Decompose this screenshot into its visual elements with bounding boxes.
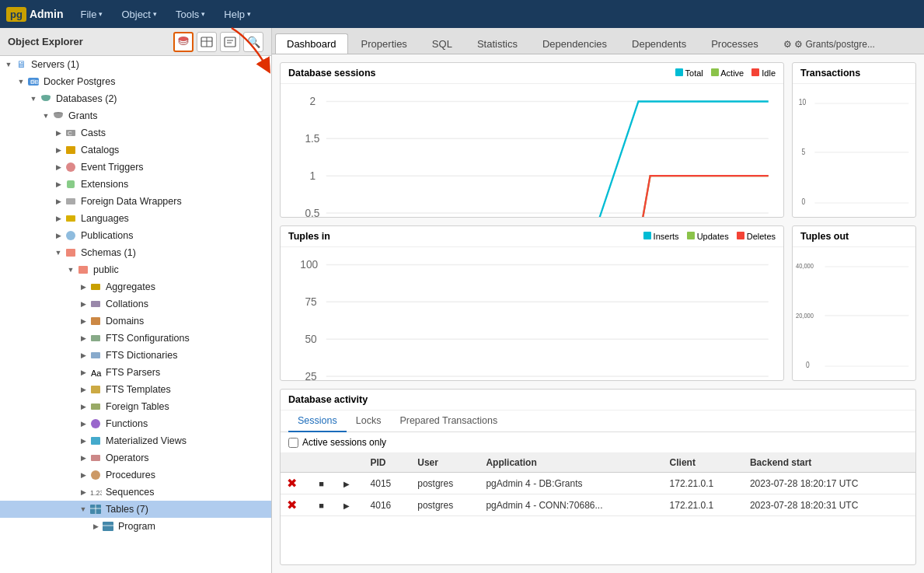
activity-tab-locks[interactable]: Locks [347,411,391,432]
tree-toggle-servers[interactable]: ▼ [3,59,14,70]
tree-item-operators[interactable]: ▶ Operators [0,449,271,466]
tree-item-servers[interactable]: ▼ 🖥 Servers (1) [0,56,271,73]
svg-point-34 [91,470,100,480]
cell-expand[interactable]: ▶ [337,473,364,494]
tree-item-fts-parsers[interactable]: ▶ Aa FTS Parsers [0,364,271,381]
charts-row-2: Tuples in Inserts Updates Deletes 100 75… [280,225,916,381]
fts-templates-label: FTS Templates [106,384,171,395]
db-sessions-header: Database sessions Total Active Idle [281,63,783,84]
properties-button[interactable] [220,32,240,52]
tree-item-foreign-tables[interactable]: ▶ Foreign Tables [0,398,271,415]
gear-icon: ⚙ [783,39,792,50]
chevron-down-icon: ▾ [99,10,103,18]
tree-toggle-mat-views[interactable]: ▶ [78,435,89,446]
expand-icon[interactable]: ▶ [343,501,350,510]
tree-toggle-program[interactable]: ▶ [90,521,101,532]
tab-processes[interactable]: Processes [699,33,770,54]
menu-file[interactable]: File ▾ [72,5,110,23]
tree-toggle-databases[interactable]: ▼ [28,93,39,104]
tree-item-fts-dicts[interactable]: ▶ FTS Dictionaries [0,347,271,364]
tree-item-domains[interactable]: ▶ Domains [0,313,271,330]
tab-dependents[interactable]: Dependents [620,33,698,54]
db-sessions-body: 2 1.5 1 0.5 0 [281,84,783,218]
tree-toggle-sequences[interactable]: ▶ [78,487,89,498]
tree-item-languages[interactable]: ▶ Languages [0,210,271,227]
tree-item-fts-configs[interactable]: ▶ FTS Configurations [0,330,271,347]
tree-item-docker[interactable]: ▼ DB Docker Postgres [0,73,271,90]
tree-toggle-languages[interactable]: ▶ [53,213,64,224]
stop-icon[interactable]: ■ [319,501,324,510]
tree-toggle-foreign-tables[interactable]: ▶ [78,401,89,412]
svg-rect-32 [91,437,100,445]
tree-toggle-publications[interactable]: ▶ [53,230,64,241]
fts-configs-label: FTS Configurations [106,333,190,344]
menu-object[interactable]: Object ▾ [113,5,165,23]
active-sessions-checkbox[interactable] [288,438,298,448]
tab-grants[interactable]: ⚙ ⚙ Grants/postgre... [772,34,887,54]
tree-item-databases[interactable]: ▼ Databases (2) [0,90,271,107]
tree-toggle-aggregates[interactable]: ▶ [78,281,89,292]
tree-item-publications[interactable]: ▶ Publications [0,227,271,244]
tree-toggle-operators[interactable]: ▶ [78,452,89,463]
tree-toggle-procedures[interactable]: ▶ [78,470,89,480]
tree-toggle-docker[interactable]: ▼ [16,76,26,87]
tree-toggle-grants[interactable]: ▼ [40,110,51,121]
tree-toggle-catalogs[interactable]: ▶ [53,145,64,155]
expand-icon[interactable]: ▶ [343,480,350,488]
tree-item-tables[interactable]: ▼ Tables (7) [0,501,271,518]
tree-container[interactable]: ▼ 🖥 Servers (1) ▼ DB Docker Postgres ▼ [0,56,271,573]
tree-item-extensions[interactable]: ▶ Extensions [0,176,271,193]
tree-toggle-public[interactable]: ▼ [65,264,76,275]
activity-tab-prepared[interactable]: Prepared Transactions [390,411,507,432]
catalogs-label: Catalogs [81,145,119,155]
tree-item-catalogs[interactable]: ▶ Catalogs [0,142,271,159]
tree-item-mat-views[interactable]: ▶ Materialized Views [0,432,271,449]
tree-item-schemas[interactable]: ▼ Schemas (1) [0,244,271,261]
menu-help[interactable]: Help ▾ [216,5,259,23]
tree-toggle-schemas[interactable]: ▼ [53,247,64,258]
tree-item-sequences[interactable]: ▶ 1.23 Sequences [0,484,271,501]
fts-configs-icon [89,331,103,345]
cell-expand[interactable]: ▶ [337,494,364,516]
tree-toggle-functions[interactable]: ▶ [78,418,89,429]
tree-item-event-triggers[interactable]: ▶ Event Triggers [0,159,271,176]
tree-toggle-fts-configs[interactable]: ▶ [78,333,89,344]
domains-icon [89,314,103,328]
tree-toggle-tables[interactable]: ▼ [78,504,89,515]
tab-statistics[interactable]: Statistics [465,33,529,54]
active-sessions-checkbox-wrap[interactable]: Active sessions only [288,437,386,448]
tree-item-fdw[interactable]: ▶ Foreign Data Wrappers [0,193,271,210]
tree-toggle-fts-templates[interactable]: ▶ [78,384,89,395]
tree-item-casts[interactable]: ▶ C Casts [0,124,271,142]
tab-sql[interactable]: SQL [420,33,464,54]
tab-properties[interactable]: Properties [350,33,419,54]
database-icon-button[interactable] [173,32,194,52]
cell-stop[interactable]: ■ [312,494,337,516]
tab-dashboard[interactable]: Dashboard [275,33,348,54]
tree-toggle-extensions[interactable]: ▶ [53,179,64,190]
tree-item-procedures[interactable]: ▶ Procedures [0,466,271,484]
tree-item-functions[interactable]: ▶ Functions [0,415,271,432]
tree-toggle-fdw[interactable]: ▶ [53,196,64,207]
tree-toggle-fts-dicts[interactable]: ▶ [78,350,89,361]
tree-item-program[interactable]: ▶ Program [0,518,271,535]
stop-icon[interactable]: ■ [319,479,324,488]
tree-item-fts-templates[interactable]: ▶ FTS Templates [0,381,271,398]
tree-toggle-domains[interactable]: ▶ [78,316,89,327]
collations-label: Collations [106,299,148,309]
tree-item-aggregates[interactable]: ▶ Aggregates [0,278,271,295]
tree-item-public[interactable]: ▼ public [0,261,271,278]
tab-dependencies[interactable]: Dependencies [531,33,619,54]
table-view-button[interactable] [197,32,217,52]
menu-tools[interactable]: Tools ▾ [168,5,213,23]
tree-toggle-fts-parsers[interactable]: ▶ [78,367,89,378]
tree-toggle-event-triggers[interactable]: ▶ [53,162,64,173]
activity-tab-sessions[interactable]: Sessions [288,411,347,432]
tree-item-grants[interactable]: ▼ Grants [0,107,271,124]
activity-tabs: Sessions Locks Prepared Transactions [281,411,915,432]
tree-item-collations[interactable]: ▶ Collations [0,295,271,313]
cell-stop[interactable]: ■ [312,473,337,494]
tree-toggle-casts[interactable]: ▶ [53,128,64,138]
tree-toggle-collations[interactable]: ▶ [78,299,89,309]
search-button[interactable]: 🔍 [243,32,263,52]
